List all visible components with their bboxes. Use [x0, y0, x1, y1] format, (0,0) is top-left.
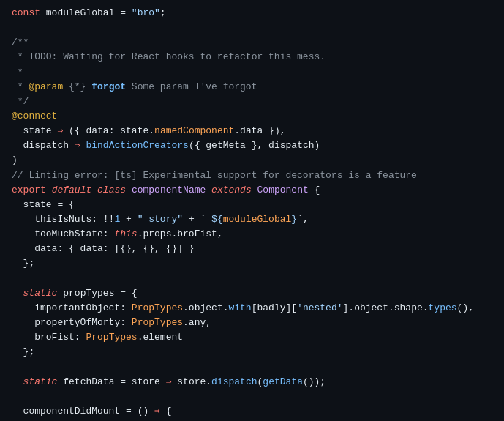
code-token: Some param I've forgot: [126, 80, 257, 94]
code-line: [0, 390, 504, 404]
code-token: *: [12, 80, 29, 94]
code-line: state = {: [0, 198, 504, 212]
code-line: @connect: [0, 109, 504, 124]
code-token: [91, 183, 97, 198]
code-token: [252, 183, 257, 198]
code-token: [46, 183, 52, 198]
code-token: `,: [297, 212, 309, 227]
code-token: ,: [217, 227, 223, 242]
code-token: propTypes = {: [57, 286, 137, 301]
code-token: @connect: [12, 109, 57, 124]
code-line: export default class componentName exten…: [0, 183, 504, 198]
code-token: .any,: [183, 316, 211, 330]
code-token: forgot: [91, 80, 126, 94]
code-line: dispatch ⇒ bindActionCreators({ getMeta …: [0, 138, 504, 153]
code-line: thisIsNuts: !!1 + " story" + ` ${moduleG…: [0, 212, 504, 227]
code-token: // Linting error: [ts] Experimental supp…: [12, 168, 417, 183]
code-token: static: [23, 286, 58, 301]
code-line: tooMuchState: this.props.broFist,: [0, 227, 504, 242]
code-line: };: [0, 345, 504, 359]
code-token: ());: [303, 375, 326, 390]
code-token: .element: [138, 330, 183, 345]
code-token: state = {: [12, 198, 75, 212]
code-token: [206, 183, 211, 198]
code-token: PropTypes: [132, 301, 183, 316]
code-token: */: [12, 94, 29, 109]
code-line: static propTypes = {: [0, 286, 504, 301]
code-line: };: [0, 256, 504, 271]
code-token: dispatch: [211, 375, 257, 390]
code-line: [0, 359, 504, 374]
code-token: PropTypes: [86, 330, 137, 345]
code-token: };: [12, 256, 34, 271]
code-token: ].object.shape.: [343, 301, 429, 316]
code-line: *: [0, 65, 504, 80]
code-token: broFist: [177, 227, 217, 242]
code-token: };: [12, 345, 34, 359]
code-token: @param: [29, 80, 63, 94]
code-token: ({ data: state.: [63, 124, 154, 138]
code-token: ⇒: [154, 404, 160, 419]
code-line: static fetchData = store ⇒ store.dispatc…: [0, 375, 504, 390]
code-token: (),: [457, 301, 474, 316]
code-token: +: [120, 212, 137, 227]
code-token: [12, 286, 23, 301]
code-token: componentName: [132, 183, 206, 198]
code-token: 1: [114, 212, 120, 227]
code-token: this: [114, 227, 137, 242]
code-line: [0, 272, 504, 286]
code-token: + `: [183, 212, 206, 227]
code-token: extends: [211, 183, 252, 198]
code-line: ): [0, 153, 504, 168]
code-token: * TODO: Waiting for React hooks to refac…: [12, 50, 326, 64]
code-token: .props.: [138, 227, 178, 242]
code-token: ⇒: [57, 124, 63, 138]
code-line: // Linting error: [ts] Experimental supp…: [0, 168, 504, 183]
code-token: dispatch: [12, 138, 75, 153]
code-token: broFist:: [12, 330, 86, 345]
code-token: thisIsNuts: !!: [12, 212, 114, 227]
code-token: [12, 375, 23, 390]
code-token: ⇒: [166, 375, 172, 390]
code-token: .object.: [183, 301, 228, 316]
code-token: "bro": [126, 6, 160, 21]
code-token: moduleGlobal: [223, 212, 292, 227]
code-line: state ⇒ ({ data: state.namedComponent.da…: [0, 124, 504, 138]
code-token: namedComponent: [154, 124, 234, 138]
code-token: ⇒: [75, 138, 80, 153]
code-token: getData: [263, 375, 303, 390]
code-line: data: { data: [{}, {}, {}] }: [0, 242, 504, 256]
code-token: data: { data: [{}, {}, {}] }: [12, 242, 195, 256]
code-line: propertyOfMorty: PropTypes.any,: [0, 316, 504, 330]
code-token: [badly][: [252, 301, 297, 316]
code-token: state: [12, 124, 57, 138]
code-token: with: [228, 301, 251, 316]
code-token: class: [97, 183, 126, 198]
code-token: =: [120, 6, 126, 21]
code-token: PropTypes: [132, 316, 183, 330]
code-token: propertyOfMorty:: [12, 316, 132, 330]
code-token: ${: [206, 212, 222, 227]
code-token: *: [12, 65, 23, 80]
code-token: ): [12, 153, 18, 168]
code-token: .data }),: [234, 124, 285, 138]
code-token: fetchData = store: [57, 375, 165, 390]
code-token: 'nested': [297, 301, 342, 316]
code-token: moduleGlobal: [40, 6, 120, 21]
code-token: (: [257, 375, 263, 390]
code-line: */: [0, 94, 504, 109]
code-line: /**: [0, 35, 504, 50]
code-token: default: [52, 183, 92, 198]
code-line: importantObject: PropTypes.object.with[b…: [0, 301, 504, 316]
code-token: static: [23, 375, 58, 390]
code-line: componentDidMount = () ⇒ {: [0, 404, 504, 419]
code-token: ({ getMeta }, dispatch): [189, 138, 320, 153]
code-token: ;: [160, 6, 166, 21]
code-token: tooMuchState:: [12, 227, 114, 242]
code-token: store.: [171, 375, 211, 390]
code-token: types: [429, 301, 457, 316]
code-token: bindActionCreators: [86, 138, 188, 153]
code-editor: const moduleGlobal = "bro"; /** * TODO: …: [0, 0, 504, 421]
code-token: [80, 138, 86, 153]
code-token: Component: [257, 183, 309, 198]
